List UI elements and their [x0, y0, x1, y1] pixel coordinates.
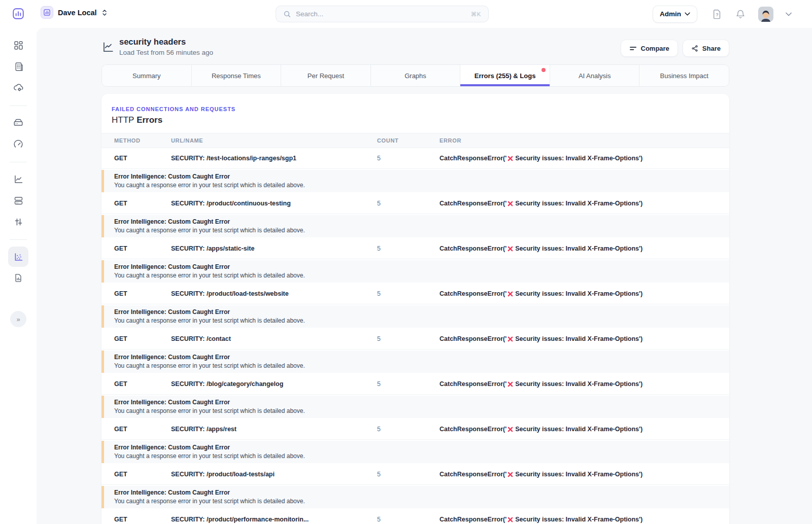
app-logo-icon[interactable] [11, 7, 25, 21]
column-error: ERROR [439, 137, 729, 144]
row-count: 5 [377, 335, 439, 342]
row-url-name: SECURITY: /product/load-tests/website [171, 290, 377, 297]
error-intelligence-description: You caught a response error in your test… [114, 362, 729, 369]
page-subtitle: Load Test from 56 minutes ago [119, 49, 213, 56]
tab-errors-255-logs[interactable]: Errors (255) & Logs [460, 65, 550, 86]
sidebar-item-server-stack[interactable] [8, 190, 28, 211]
row-error-message: CatchResponseError(' Security issues: In… [439, 155, 729, 162]
error-text-suffix: Security issues: Invalid X-Frame-Options… [515, 335, 642, 342]
error-text-prefix: CatchResponseError(' [439, 471, 506, 478]
error-intelligence-band: Error Intelligence: Custom Caught ErrorY… [101, 305, 729, 328]
search-icon [283, 10, 291, 18]
error-intelligence-band: Error Intelligence: Custom Caught ErrorY… [101, 215, 729, 237]
error-text-suffix: Security issues: Invalid X-Frame-Options… [515, 290, 642, 297]
row-error-message: CatchResponseError(' Security issues: In… [439, 471, 729, 478]
row-url-name: SECURITY: /product/continuous-testing [171, 200, 377, 207]
row-count: 5 [377, 290, 439, 297]
error-table-row[interactable]: GETSECURITY: /apps/static-site5CatchResp… [101, 238, 729, 259]
error-text-prefix: CatchResponseError(' [439, 380, 506, 388]
error-text-prefix: CatchResponseError(' [439, 200, 506, 207]
row-count: 5 [377, 245, 439, 252]
error-table-row[interactable]: GETSECURITY: /blog/category/changelog5Ca… [101, 374, 729, 395]
error-table-row[interactable]: GETSECURITY: /test-locations/ip-ranges/s… [101, 148, 729, 169]
tab-notification-dot [542, 68, 546, 72]
help-icon[interactable]: ? [712, 9, 723, 20]
section-label: FAILED CONNECTIONS AND REQUESTS [112, 106, 717, 112]
error-text-prefix: CatchResponseError(' [439, 426, 506, 433]
user-avatar[interactable] [758, 7, 773, 22]
error-table-row[interactable]: GETSECURITY: /product/performance-monito… [101, 509, 729, 524]
tab-per-request[interactable]: Per Request [281, 65, 371, 86]
sidebar-item-chart-line[interactable] [8, 169, 28, 189]
row-count: 5 [377, 200, 439, 207]
error-cross-icon [507, 336, 513, 342]
error-intelligence-title: Error Intelligence: Custom Caught Error [114, 173, 729, 180]
error-text-suffix: Security issues: Invalid X-Frame-Options… [515, 200, 642, 207]
error-cross-icon [507, 427, 513, 432]
admin-menu-button[interactable]: Admin [653, 6, 697, 23]
share-icon [691, 45, 698, 52]
search-bar[interactable]: ⌘K [276, 6, 489, 22]
row-url-name: SECURITY: /apps/static-site [171, 245, 377, 252]
error-intelligence-title: Error Intelligence: Custom Caught Error [114, 354, 729, 361]
row-count: 5 [377, 471, 439, 478]
error-intelligence-title: Error Intelligence: Custom Caught Error [114, 399, 729, 406]
row-error-message: CatchResponseError(' Security issues: In… [439, 290, 729, 297]
tab-graphs[interactable]: Graphs [371, 65, 461, 86]
error-intelligence-title: Error Intelligence: Custom Caught Error [114, 263, 729, 270]
tab-label: Summary [132, 72, 161, 80]
chevron-updown-icon [101, 9, 108, 16]
row-error-message: CatchResponseError(' Security issues: In… [439, 335, 729, 342]
error-table-row[interactable]: GETSECURITY: /product/load-tests/website… [101, 284, 729, 304]
row-method: GET [101, 380, 171, 388]
share-button[interactable]: Share [683, 40, 729, 57]
sidebar-item-scatter-plot-active[interactable] [8, 247, 28, 267]
sidebar-item-sliders[interactable] [8, 212, 28, 232]
tab-response-times[interactable]: Response Times [192, 65, 282, 86]
notifications-bell-icon[interactable] [735, 9, 746, 20]
results-tab-bar: SummaryResponse TimesPer RequestGraphsEr… [101, 64, 729, 87]
errors-table-header: METHOD URL/NAME COUNT ERROR [101, 133, 729, 148]
error-intelligence-title: Error Intelligence: Custom Caught Error [114, 308, 729, 316]
error-text-suffix: Security issues: Invalid X-Frame-Options… [515, 471, 642, 478]
sidebar-item-dashboard[interactable] [8, 35, 28, 55]
tab-label: Per Request [308, 72, 344, 80]
row-count: 5 [377, 380, 439, 388]
compare-button[interactable]: Compare [621, 40, 678, 57]
account-chevron-icon[interactable] [786, 12, 792, 16]
error-table-row[interactable]: GETSECURITY: /contact5CatchResponseError… [101, 329, 729, 350]
sidebar-item-report-document[interactable] [8, 268, 28, 288]
tab-business-impact[interactable]: Business Impact [639, 65, 729, 86]
sidebar-item-building[interactable] [8, 56, 28, 77]
row-url-name: SECURITY: /blog/category/changelog [171, 380, 377, 388]
row-count: 5 [377, 155, 439, 162]
test-chart-icon [101, 41, 115, 54]
error-cross-icon [507, 201, 513, 206]
row-url-name: SECURITY: /product/performance-monitorin… [171, 516, 377, 523]
row-url-name: SECURITY: /apps/rest [171, 426, 377, 433]
sidebar-item-gauge[interactable] [8, 134, 28, 154]
workspace-selector[interactable]: Dave Local [41, 6, 108, 19]
error-text-suffix: Security issues: Invalid X-Frame-Options… [515, 245, 642, 252]
error-table-row[interactable]: GETSECURITY: /product/load-tests/api5Cat… [101, 464, 729, 485]
column-count: COUNT [377, 137, 439, 144]
error-intelligence-band: Error Intelligence: Custom Caught ErrorY… [101, 170, 729, 192]
column-method: METHOD [101, 137, 171, 144]
error-intelligence-title: Error Intelligence: Custom Caught Error [114, 444, 729, 451]
row-error-message: CatchResponseError(' Security issues: In… [439, 426, 729, 433]
error-text-prefix: CatchResponseError(' [439, 516, 506, 523]
row-method: GET [101, 290, 171, 297]
sidebar-expand-button[interactable]: » [10, 311, 26, 327]
tab-ai-analysis[interactable]: AI Analysis [550, 65, 640, 86]
error-table-row[interactable]: GETSECURITY: /apps/rest5CatchResponseErr… [101, 419, 729, 440]
error-table-row[interactable]: GETSECURITY: /product/continuous-testing… [101, 193, 729, 214]
search-input[interactable] [296, 10, 466, 18]
sidebar-item-cloud-settings[interactable] [8, 78, 28, 98]
tab-summary[interactable]: Summary [102, 65, 192, 86]
sidebar-item-server-drive[interactable] [8, 113, 28, 133]
error-text-suffix: Security issues: Invalid X-Frame-Options… [515, 516, 642, 523]
row-error-message: CatchResponseError(' Security issues: In… [439, 200, 729, 207]
row-method: GET [101, 155, 171, 162]
sidebar-divider [10, 106, 27, 106]
tab-label: AI Analysis [579, 72, 611, 80]
